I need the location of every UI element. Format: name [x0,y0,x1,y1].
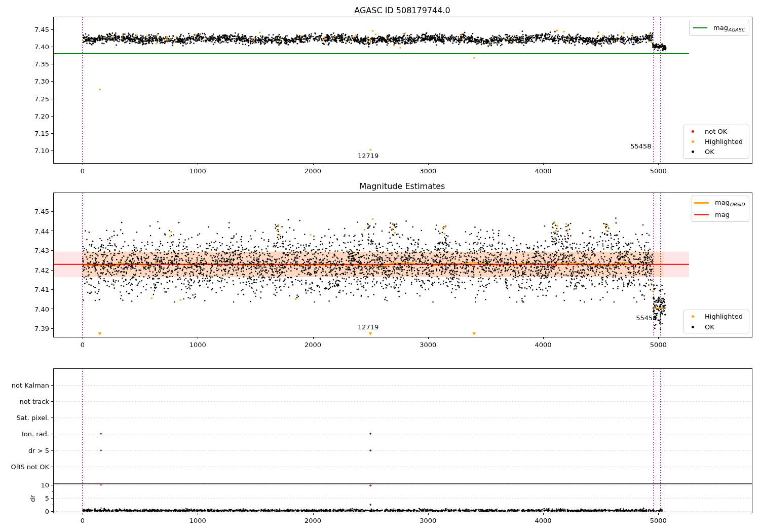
category-label: not Kalman [12,382,49,389]
category-label: OBS not OK [11,463,50,471]
x-tick-label: 4000 [535,341,551,349]
ok-dot-swatch [692,150,694,153]
middle-plot-title: Magnitude Estimates [360,181,445,191]
category-label: Ion. rad. [22,430,49,438]
x-tick-label: 3000 [420,341,436,349]
y-tick-label: 7.35 [34,60,49,68]
y-tick-label: 7.41 [34,286,49,293]
x-tick-label: 1000 [189,517,206,524]
dr-tick-label: 0 [45,508,49,515]
y-tick-label: 7.15 [34,129,49,137]
x-tick-label: 0 [81,341,85,349]
highlighted-dot-swatch [692,140,694,143]
y-tick-label: 7.10 [34,147,49,155]
x-tick-label: 0 [81,167,85,175]
category-label: Sat. pixel. [17,414,49,422]
legend-label-ok: OK [705,323,714,331]
legend-mag-agasc: magAGASC [689,20,749,36]
mag-line-swatch [694,214,709,215]
dr-tick-label: 10 [41,481,49,489]
category-label: not track [19,398,49,405]
x-tick-label: 2000 [305,517,321,524]
legend-label-sub: OBSID [730,202,745,207]
legend-entry-mag-obsid: magOBSID [692,197,749,209]
legend-entry-ok: OK [683,147,749,157]
annotation: 12719 [358,323,378,331]
dr-tick-label: 5 [45,495,49,502]
legend-label-mag: mag [715,211,730,219]
x-tick-label: 4000 [535,167,551,175]
y-tick-label: 7.40 [34,305,49,313]
charts-canvas [0,0,760,532]
legend-mag-lines: magOBSID mag [692,196,749,222]
annotation: 55458 [630,142,651,150]
legend-status-top: not OK Highlighted OK [683,125,749,159]
legend-entry-mag-agasc: magAGASC [690,22,749,33]
figure: AGASC ID 508179744.0 Magnitude Estimates… [0,0,760,532]
legend-entry-highlighted: Highlighted [683,137,749,147]
y-tick-label: 7.45 [34,208,49,215]
x-tick-label: 1000 [189,341,206,349]
x-tick-label: 5000 [650,167,667,175]
y-tick-label: 7.42 [34,266,49,274]
legend-entry-not-ok: not OK [683,127,749,137]
legend-label-not-ok: not OK [705,128,727,135]
legend-entry-mag: mag [692,209,749,221]
x-tick-label: 3000 [420,167,436,175]
x-tick-label: 2000 [305,341,321,349]
mag-obsid-line-swatch [694,202,709,204]
legend-label-main: mag [715,211,730,218]
x-tick-label: 0 [81,517,85,524]
y-tick-label: 7.39 [34,325,49,332]
legend-label-highlighted: Highlighted [705,138,743,145]
x-tick-label: 3000 [420,517,436,524]
mag-agasc-line-swatch [693,27,707,28]
y-tick-label: 7.44 [34,227,49,235]
y-tick-label: 7.20 [34,112,49,120]
x-tick-label: 1000 [189,167,206,175]
top-plot-title: AGASC ID 508179744.0 [354,6,450,15]
legend-label-main: mag [715,199,730,206]
y-tick-label: 7.25 [34,95,49,102]
legend-status-middle: Highlighted OK [683,310,749,333]
y-tick-label: 7.43 [34,247,49,254]
legend-label-main: mag [713,24,728,31]
legend-entry-highlighted: Highlighted [684,311,749,322]
annotation: 12719 [358,151,378,159]
y-tick-label: 7.40 [34,43,49,51]
legend-entry-ok: OK [684,322,749,332]
legend-label-ok: OK [705,148,714,156]
x-tick-label: 5000 [650,517,667,524]
ok-dot-swatch [692,326,694,328]
not-ok-dot-swatch [692,130,694,133]
legend-label-mag-obsid: magOBSID [715,199,745,207]
y-tick-label: 7.45 [34,26,49,33]
dr-axis-label: dr [29,495,36,502]
highlighted-dot-swatch [692,315,694,318]
y-tick-label: 7.30 [34,78,49,85]
x-tick-label: 4000 [535,517,551,524]
legend-label-highlighted: Highlighted [705,313,743,320]
x-tick-label: 2000 [305,167,321,175]
category-label: dr > 5 [28,447,49,454]
x-tick-label: 5000 [650,341,667,349]
legend-label-mag-agasc: magAGASC [713,24,745,32]
legend-label-sub: AGASC [728,27,745,32]
annotation: 55458 [636,314,657,321]
